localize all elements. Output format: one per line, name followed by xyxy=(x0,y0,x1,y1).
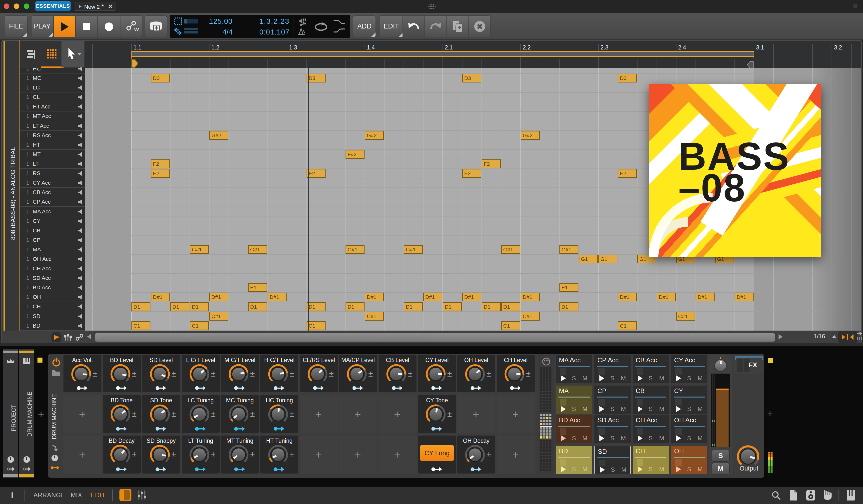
svg-text:–08: –08 xyxy=(678,166,746,210)
svg-text:W: W xyxy=(134,27,139,32)
